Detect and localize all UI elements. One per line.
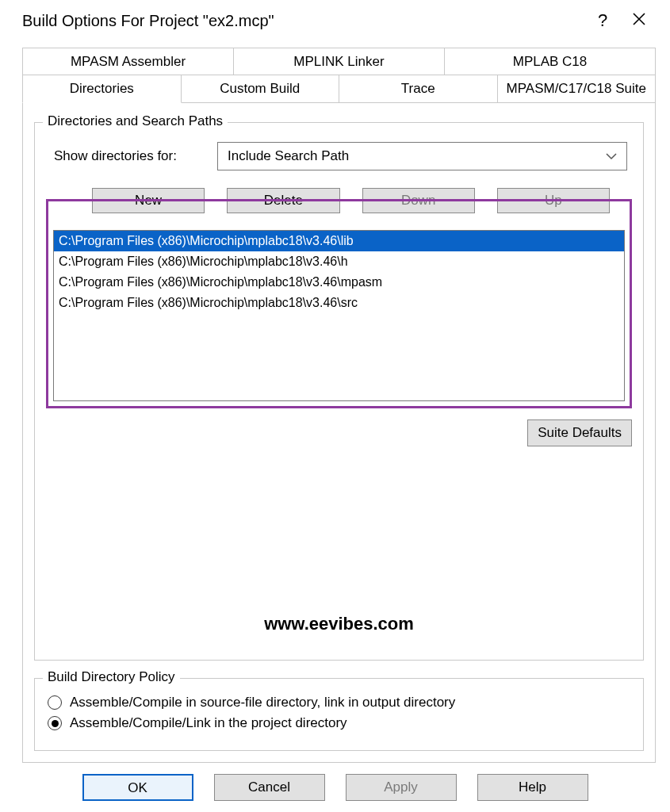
list-item[interactable]: C:\Program Files (x86)\Microchip\mplabc1… — [54, 231, 624, 251]
show-directories-label: Show directories for: — [51, 148, 217, 164]
tab-custom-build[interactable]: Custom Build — [182, 75, 340, 103]
radio-icon — [48, 716, 62, 730]
tab-mplink-linker[interactable]: MPLINK Linker — [234, 48, 445, 75]
group-legend: Build Directory Policy — [43, 669, 180, 685]
show-directories-value: Include Search Path — [228, 148, 349, 164]
chevron-down-icon — [606, 150, 617, 163]
annotation-highlight: C:\Program Files (x86)\Microchip\mplabc1… — [46, 199, 632, 408]
radio-label: Assemble/Compile in source-file director… — [70, 695, 455, 710]
cancel-button[interactable]: Cancel — [214, 774, 325, 801]
apply-button[interactable]: Apply — [346, 774, 457, 801]
help-button[interactable]: Help — [477, 774, 588, 801]
tab-panel-directories: Directories and Search Paths Show direct… — [22, 102, 656, 763]
window-title: Build Options For Project "ex2.mcp" — [22, 12, 584, 30]
list-item[interactable]: C:\Program Files (x86)\Microchip\mplabc1… — [54, 272, 624, 293]
radio-option-source-dir[interactable]: Assemble/Compile in source-file director… — [48, 695, 630, 710]
ok-button[interactable]: OK — [82, 774, 193, 801]
dialog-window: Build Options For Project "ex2.mcp" ? MP… — [0, 0, 670, 812]
titlebar: Build Options For Project "ex2.mcp" ? — [0, 0, 670, 41]
tab-mpasm-assembler[interactable]: MPASM Assembler — [22, 48, 234, 75]
show-directories-select[interactable]: Include Search Path — [217, 142, 627, 170]
tab-strip: MPASM Assembler MPLINK Linker MPLAB C18 … — [22, 48, 656, 103]
dialog-button-bar: OK Cancel Apply Help — [0, 763, 670, 812]
search-path-listbox[interactable]: C:\Program Files (x86)\Microchip\mplabc1… — [53, 230, 625, 401]
list-item[interactable]: C:\Program Files (x86)\Microchip\mplabc1… — [54, 251, 624, 272]
help-icon[interactable]: ? — [584, 12, 621, 29]
radio-label: Assemble/Compile/Link in the project dir… — [70, 715, 347, 731]
tab-mplab-c18[interactable]: MPLAB C18 — [445, 48, 656, 75]
list-item[interactable]: C:\Program Files (x86)\Microchip\mplabc1… — [54, 293, 624, 313]
tab-directories[interactable]: Directories — [22, 75, 182, 103]
group-build-directory-policy: Build Directory Policy Assemble/Compile … — [34, 678, 644, 751]
watermark-text: www.eevibes.com — [264, 614, 414, 634]
radio-option-project-dir[interactable]: Assemble/Compile/Link in the project dir… — [48, 715, 630, 731]
group-directories-search-paths: Directories and Search Paths Show direct… — [34, 122, 644, 661]
dialog-body: MPASM Assembler MPLINK Linker MPLAB C18 … — [0, 41, 670, 812]
close-icon[interactable] — [621, 12, 657, 29]
tab-suite[interactable]: MPASM/C17/C18 Suite — [498, 75, 657, 103]
radio-icon — [48, 695, 62, 710]
suite-defaults-button[interactable]: Suite Defaults — [527, 419, 632, 446]
group-legend: Directories and Search Paths — [43, 113, 228, 129]
tab-trace[interactable]: Trace — [339, 75, 498, 103]
